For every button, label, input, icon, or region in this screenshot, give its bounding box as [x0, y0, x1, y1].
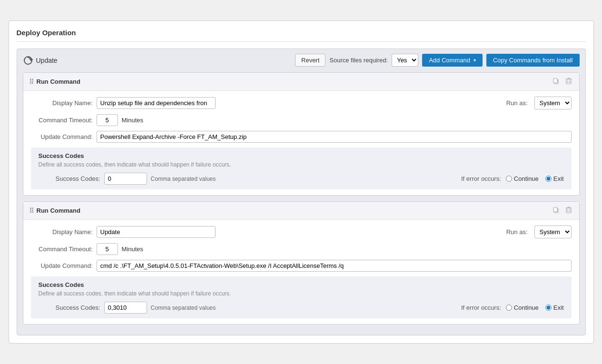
add-command-button[interactable]: Add Command ▾: [422, 54, 483, 67]
run-command-block-1: ⠿ Run Command: [23, 72, 580, 196]
error-controls-1: If error occurs: Continue Exit: [461, 175, 564, 182]
if-error-label-1: If error occurs:: [461, 175, 501, 182]
drag-icon-1: ⠿: [29, 78, 34, 86]
operation-header: Update Revert Source files required: Yes…: [23, 54, 580, 67]
run-command-header-1: ⠿ Run Command: [23, 73, 579, 91]
run-as-label-1: Run as:: [506, 99, 528, 107]
continue-radio-2[interactable]: [506, 305, 512, 311]
run-command-body-1: Display Name: Run as: System User Comman…: [23, 91, 579, 195]
update-command-row-1: Update Command:: [31, 131, 572, 143]
copy-icon-1[interactable]: [551, 77, 561, 87]
run-command-title-2: ⠿ Run Command: [29, 207, 80, 215]
run-as-label-2: Run as:: [506, 228, 528, 236]
exit-option-1[interactable]: Exit: [545, 175, 564, 182]
display-name-label-2: Display Name:: [31, 228, 93, 236]
run-command-body-2: Display Name: Run as: System User Comman…: [23, 220, 579, 324]
page-title: Deploy Operation: [17, 29, 586, 42]
svg-rect-3: [566, 79, 571, 84]
header-icons-1: [551, 77, 573, 87]
comma-label-2: Comma separated values: [151, 305, 216, 311]
update-command-row-2: Update Command:: [31, 260, 572, 272]
update-command-label-2: Update Command:: [31, 262, 93, 269]
delete-icon-2[interactable]: [564, 206, 573, 216]
continue-option-1[interactable]: Continue: [506, 175, 539, 182]
timeout-row-1: Command Timeout: Minutes: [31, 114, 572, 126]
error-controls-2: If error occurs: Continue Exit: [461, 304, 564, 311]
radio-group-1: Continue Exit: [506, 175, 564, 182]
continue-radio-1[interactable]: [506, 176, 512, 182]
svg-rect-2: [553, 79, 557, 83]
minutes-text-2: Minutes: [122, 246, 144, 253]
operation-title: Update: [23, 55, 58, 66]
continue-option-2[interactable]: Continue: [506, 304, 539, 311]
success-codes-title-1: Success Codes: [39, 152, 564, 159]
svg-rect-10: [566, 208, 571, 213]
copy-commands-button[interactable]: Copy Commands from Install: [486, 54, 580, 67]
success-codes-desc-1: Define all success codes, then indicate …: [39, 161, 564, 168]
run-command-block-2: ⠿ Run Command: [23, 201, 580, 325]
source-files-select[interactable]: Yes No: [392, 54, 418, 67]
source-files-label: Source files required:: [329, 57, 388, 64]
comma-label-1: Comma separated values: [151, 176, 216, 182]
if-error-label-2: If error occurs:: [461, 304, 501, 311]
revert-button[interactable]: Revert: [295, 54, 326, 67]
exit-radio-1[interactable]: [545, 176, 552, 182]
success-codes-input-2[interactable]: [104, 302, 147, 314]
display-name-row-1: Display Name: Run as: System User: [31, 97, 572, 109]
update-command-input-1[interactable]: [97, 131, 572, 143]
update-command-input-2[interactable]: [97, 260, 572, 272]
delete-icon-1[interactable]: [564, 77, 573, 87]
minutes-text-1: Minutes: [122, 117, 144, 124]
display-name-input-2[interactable]: [97, 226, 216, 238]
run-command-header-2: ⠿ Run Command: [23, 202, 579, 220]
success-codes-label-1: Success Codes:: [39, 175, 100, 182]
timeout-row-2: Command Timeout: Minutes: [31, 243, 572, 255]
display-name-row-2: Display Name: Run as: System User: [31, 226, 572, 238]
success-codes-title-2: Success Codes: [39, 281, 564, 288]
main-container: Deploy Operation Update Revert Source fi…: [9, 20, 594, 344]
update-command-label-1: Update Command:: [31, 133, 93, 140]
success-codes-row-2: Success Codes: Comma separated values If…: [39, 302, 564, 314]
run-as-select-2[interactable]: System User: [534, 226, 572, 238]
radio-group-2: Continue Exit: [506, 304, 564, 311]
header-icons-2: [551, 206, 573, 216]
display-name-input-1[interactable]: [97, 97, 216, 109]
success-codes-row-1: Success Codes: Comma separated values If…: [39, 173, 564, 185]
svg-rect-9: [553, 207, 557, 212]
drag-icon-2: ⠿: [29, 207, 34, 215]
refresh-icon: [23, 55, 33, 66]
copy-icon-2[interactable]: [551, 206, 561, 216]
success-codes-section-2: Success Codes Define all success codes, …: [31, 276, 572, 318]
exit-option-2[interactable]: Exit: [545, 304, 564, 311]
timeout-label-1: Command Timeout:: [31, 117, 93, 124]
success-codes-input-1[interactable]: [104, 173, 147, 185]
exit-radio-2[interactable]: [545, 305, 552, 311]
timeout-input-2[interactable]: [97, 243, 118, 255]
success-codes-desc-2: Define all success codes, then indicate …: [39, 290, 564, 297]
operation-panel: Update Revert Source files required: Yes…: [17, 49, 586, 335]
operation-name: Update: [36, 57, 58, 64]
run-command-title-1: ⠿ Run Command: [29, 78, 80, 86]
header-controls: Revert Source files required: Yes No Add…: [295, 54, 579, 67]
display-name-label-1: Display Name:: [31, 99, 93, 107]
run-as-select-1[interactable]: System User: [534, 97, 572, 109]
timeout-input-1[interactable]: [97, 114, 118, 126]
success-codes-label-2: Success Codes:: [39, 304, 100, 311]
add-command-caret: ▾: [474, 58, 476, 63]
success-codes-section-1: Success Codes Define all success codes, …: [31, 148, 572, 189]
timeout-label-2: Command Timeout:: [31, 246, 93, 253]
